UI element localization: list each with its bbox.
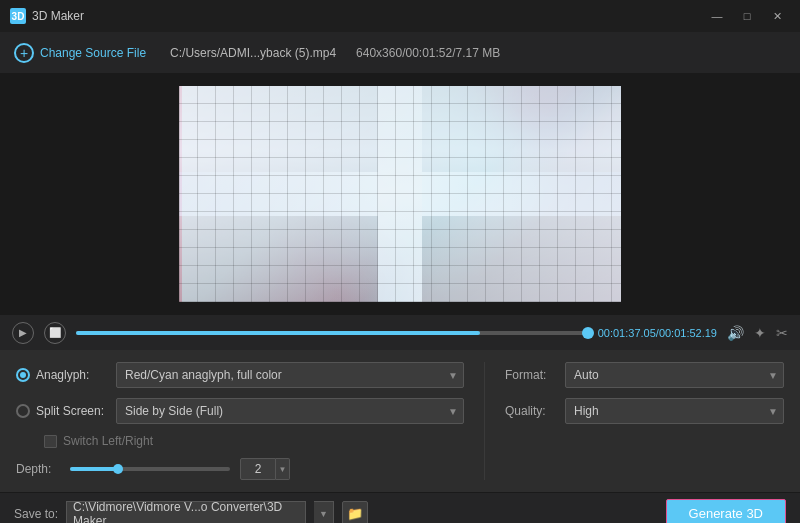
- toolbar: + Change Source File C:/Users/ADMI...yba…: [0, 32, 800, 74]
- split-screen-label: Split Screen:: [36, 404, 104, 418]
- save-bar: Save to: C:\Vidmore\Vidmore V...o Conver…: [0, 492, 800, 523]
- anaglyph-label: Anaglyph:: [36, 368, 89, 382]
- format-dropdown[interactable]: Auto MP4 MKV AVI: [565, 362, 784, 388]
- switch-checkbox[interactable]: [44, 435, 57, 448]
- folder-button[interactable]: 📁: [342, 501, 368, 524]
- app-icon: 3D: [10, 8, 26, 24]
- window-controls: — □ ✕: [704, 6, 790, 26]
- close-button[interactable]: ✕: [764, 6, 790, 26]
- depth-arrow[interactable]: ▼: [276, 458, 290, 480]
- play-button[interactable]: ▶: [12, 322, 34, 344]
- change-source-button[interactable]: + Change Source File: [14, 43, 146, 63]
- split-screen-dropdown-wrapper: Side by Side (Full) Side by Side (Half) …: [116, 398, 464, 424]
- split-screen-radio[interactable]: [16, 404, 30, 418]
- seek-bar-fill: [76, 331, 480, 335]
- depth-value-wrapper: 2 ▼: [240, 458, 290, 480]
- title-bar-left: 3D 3D Maker: [10, 8, 84, 24]
- save-label: Save to:: [14, 507, 58, 521]
- video-preview: [179, 86, 621, 302]
- save-left: Save to: C:\Vidmore\Vidmore V...o Conver…: [14, 501, 368, 524]
- preview-area: [0, 74, 800, 314]
- depth-slider[interactable]: [70, 467, 230, 471]
- settings-left: Anaglyph: Red/Cyan anaglyph, full color …: [16, 362, 484, 480]
- file-path: C:/Users/ADMI...yback (5).mp4: [170, 46, 336, 60]
- playback-bar: ▶ ⬜ 00:01:37.05/00:01:52.19 🔊 ✦ ✂: [0, 314, 800, 350]
- minimize-button[interactable]: —: [704, 6, 730, 26]
- star-icon[interactable]: ✦: [754, 325, 766, 341]
- volume-icon[interactable]: 🔊: [727, 325, 744, 341]
- split-screen-radio-label[interactable]: Split Screen:: [16, 404, 106, 418]
- app-title: 3D Maker: [32, 9, 84, 23]
- anaglyph-radio-label[interactable]: Anaglyph:: [16, 368, 106, 382]
- format-dropdown-wrapper: Auto MP4 MKV AVI ▼: [565, 362, 784, 388]
- switch-row: Switch Left/Right: [16, 434, 464, 448]
- generate-3d-button[interactable]: Generate 3D: [666, 499, 786, 524]
- add-icon: +: [14, 43, 34, 63]
- seek-bar[interactable]: [76, 331, 588, 335]
- anaglyph-radio[interactable]: [16, 368, 30, 382]
- switch-checkbox-label[interactable]: Switch Left/Right: [44, 434, 153, 448]
- anaglyph-dropdown[interactable]: Red/Cyan anaglyph, full color Red/Cyan a…: [116, 362, 464, 388]
- seek-thumb[interactable]: [582, 327, 594, 339]
- depth-value: 2: [240, 458, 276, 480]
- format-label: Format:: [505, 368, 555, 382]
- file-info: C:/Users/ADMI...yback (5).mp4 640x360/00…: [170, 46, 500, 60]
- depth-slider-thumb[interactable]: [113, 464, 123, 474]
- quality-label: Quality:: [505, 404, 555, 418]
- quality-dropdown[interactable]: High Medium Low: [565, 398, 784, 424]
- save-path-display: C:\Vidmore\Vidmore V...o Converter\3D Ma…: [66, 501, 306, 524]
- depth-slider-fill: [70, 467, 118, 471]
- settings-panel: Anaglyph: Red/Cyan anaglyph, full color …: [0, 350, 800, 492]
- quality-dropdown-wrapper: High Medium Low ▼: [565, 398, 784, 424]
- change-source-label: Change Source File: [40, 46, 146, 60]
- depth-row: Depth: 2 ▼: [16, 458, 464, 480]
- maximize-button[interactable]: □: [734, 6, 760, 26]
- video-frame: [179, 86, 621, 302]
- save-path-text: C:\Vidmore\Vidmore V...o Converter\3D Ma…: [73, 500, 299, 524]
- file-meta: 640x360/00:01:52/7.17 MB: [356, 46, 500, 60]
- quality-row: Quality: High Medium Low ▼: [505, 398, 784, 424]
- building-grid: [179, 86, 621, 302]
- stop-button[interactable]: ⬜: [44, 322, 66, 344]
- cut-icon[interactable]: ✂: [776, 325, 788, 341]
- split-screen-row: Split Screen: Side by Side (Full) Side b…: [16, 398, 464, 424]
- anaglyph-dropdown-wrapper: Red/Cyan anaglyph, full color Red/Cyan a…: [116, 362, 464, 388]
- anaglyph-row: Anaglyph: Red/Cyan anaglyph, full color …: [16, 362, 464, 388]
- settings-right: Format: Auto MP4 MKV AVI ▼ Quality: High…: [484, 362, 784, 480]
- title-bar: 3D 3D Maker — □ ✕: [0, 0, 800, 32]
- switch-label: Switch Left/Right: [63, 434, 153, 448]
- save-path-dropdown-btn[interactable]: ▼: [314, 501, 334, 524]
- format-row: Format: Auto MP4 MKV AVI ▼: [505, 362, 784, 388]
- depth-label: Depth:: [16, 462, 60, 476]
- split-screen-dropdown[interactable]: Side by Side (Full) Side by Side (Half) …: [116, 398, 464, 424]
- playback-icons: 🔊 ✦ ✂: [727, 325, 788, 341]
- time-display: 00:01:37.05/00:01:52.19: [598, 327, 717, 339]
